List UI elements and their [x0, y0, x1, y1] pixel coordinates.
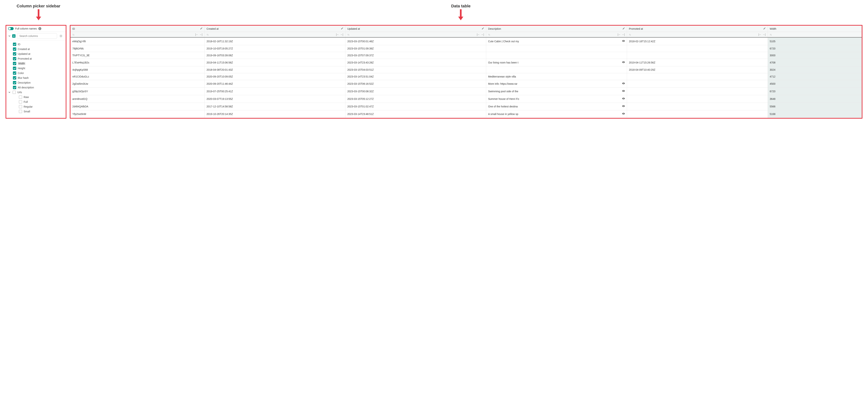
table-cell[interactable]: 5105 [768, 37, 862, 45]
table-cell[interactable]: 3648 [768, 95, 862, 103]
column-item[interactable]: ID [6, 42, 66, 47]
table-cell[interactable]: Summer house of Henri Fo [486, 95, 627, 103]
table-row[interactable]: 2gDwlIim3Uw2020-09-20T11:46:44Z2023-03-1… [70, 80, 862, 88]
table-cell[interactable] [627, 80, 768, 88]
column-item[interactable]: Raw [6, 95, 66, 99]
table-row[interactable]: 4ojhpgKpS682018-04-08T20:01:43Z2023-03-1… [70, 66, 862, 73]
column-header[interactable]: Updated at [345, 26, 486, 32]
table-cell[interactable] [627, 103, 768, 111]
column-group[interactable]: Urls [6, 90, 66, 95]
column-item[interactable]: Full [6, 99, 66, 104]
column-header[interactable]: Created at [205, 26, 345, 32]
column-checkbox[interactable] [13, 57, 16, 60]
table-cell[interactable]: 4500 [768, 80, 862, 88]
table-cell[interactable]: 3000 [768, 52, 862, 59]
table-cell[interactable]: 2023-03-14T23:43:28Z [345, 59, 486, 66]
column-checkbox[interactable] [19, 105, 22, 108]
table-cell[interactable]: More info: https://www.rar [486, 80, 627, 88]
table-cell[interactable]: g39p1kDjvSY [70, 88, 205, 95]
table-cell[interactable]: 6720 [768, 88, 862, 95]
sort-icon[interactable]: ↑↓ [347, 33, 349, 36]
table-cell[interactable] [627, 52, 768, 59]
table-cell[interactable]: 2020-09-20T10:09:05Z [205, 73, 345, 80]
table-cell[interactable]: 2018-02-16T15:12:42Z [627, 37, 768, 45]
table-cell[interactable]: 78j8tJrNlc [70, 45, 205, 52]
table-cell[interactable] [627, 95, 768, 103]
pencil-icon[interactable] [482, 27, 484, 30]
pencil-icon[interactable] [763, 27, 766, 30]
table-row[interactable]: eWqOgJ-lfiI2018-02-16T11:32:19Z2023-03-1… [70, 37, 862, 45]
table-cell[interactable]: nR1CIDduGLc [70, 73, 205, 80]
table-cell[interactable]: 2023-03-15T05:12:27Z [345, 95, 486, 103]
column-item[interactable]: Updated at [6, 52, 66, 56]
table-cell[interactable]: 2023-03-15T04:03:51Z [345, 66, 486, 73]
eye-icon[interactable] [622, 105, 625, 108]
column-item[interactable]: Width [6, 61, 66, 66]
table-scroll[interactable]: IDCreated atUpdated atDescriptionPromote… [70, 26, 862, 118]
table-cell[interactable]: 2gDwlIim3Uw [70, 80, 205, 88]
eye-icon[interactable] [622, 39, 625, 43]
table-cell[interactable]: One of the hottest destina [486, 103, 627, 111]
table-cell[interactable] [627, 73, 768, 80]
column-checkbox[interactable] [19, 110, 22, 113]
sort-icon[interactable]: ↑↓ [488, 33, 490, 36]
table-row[interactable]: Yfp2Ixe9nM2019-10-26T20:14:35Z2023-03-14… [70, 111, 862, 118]
column-header[interactable]: Promoted at [627, 26, 768, 32]
column-checkbox[interactable] [13, 86, 16, 89]
expand-right-icon[interactable]: →| [621, 33, 625, 36]
column-checkbox[interactable] [13, 43, 16, 46]
table-row[interactable]: TiVPTYCG_3E2019-09-16T03:39:06Z2023-03-1… [70, 52, 862, 59]
eye-icon[interactable] [622, 82, 625, 86]
expand-right-icon[interactable]: →| [199, 33, 203, 36]
table-cell[interactable]: 2020-09-20T11:46:44Z [205, 80, 345, 88]
table-cell[interactable]: eWqOgJ-lfiI [70, 37, 205, 45]
table-cell[interactable]: 2023-03-15T01:09:39Z [345, 45, 486, 52]
pencil-icon[interactable] [341, 27, 343, 30]
eye-icon[interactable] [622, 90, 625, 93]
table-cell[interactable] [486, 45, 627, 52]
column-checkbox[interactable] [13, 48, 16, 51]
table-cell[interactable]: L7EwHkq1B2s [70, 59, 205, 66]
column-checkbox[interactable] [19, 100, 22, 103]
table-cell[interactable] [627, 88, 768, 95]
column-item[interactable]: Height [6, 66, 66, 71]
column-checkbox[interactable] [12, 91, 16, 94]
column-item[interactable]: Created at [6, 47, 66, 52]
table-row[interactable]: 78j8tJrNlc2019-10-03T19:05:27Z2023-03-15… [70, 45, 862, 52]
table-cell[interactable]: aren8nutd1Q [70, 95, 205, 103]
table-cell[interactable]: 4ojhpgKpS68 [70, 66, 205, 73]
column-checkbox[interactable] [13, 71, 16, 75]
table-row[interactable]: aren8nutd1Q2020-03-07T19:13:55Z2023-03-1… [70, 95, 862, 103]
table-cell[interactable]: TiVPTYCG_3E [70, 52, 205, 59]
table-cell[interactable]: Cute Cabin | Check out my [486, 37, 627, 45]
table-cell[interactable]: 6720 [768, 45, 862, 52]
column-checkbox[interactable] [13, 67, 16, 70]
table-cell[interactable]: Swimming pool side of the [486, 88, 627, 95]
table-cell[interactable]: 4708 [768, 59, 862, 66]
column-item[interactable]: Color [6, 71, 66, 75]
column-item[interactable]: Alt description [6, 85, 66, 90]
info-icon[interactable]: i [38, 27, 41, 30]
table-cell[interactable]: A small house in yellow sp [486, 111, 627, 118]
sort-icon[interactable]: ↑↓ [770, 33, 772, 36]
table-row[interactable]: g39p1kDjvSY2019-07-25T00:25:41Z2023-03-1… [70, 88, 862, 95]
table-cell[interactable] [627, 111, 768, 118]
table-cell[interactable]: 2023-03-14T23:48:51Z [345, 111, 486, 118]
table-cell[interactable]: 4712 [768, 73, 862, 80]
table-cell[interactable]: 2d4lAQAlbDA [70, 103, 205, 111]
shrink-left-icon[interactable]: |← [195, 33, 199, 36]
column-item[interactable]: Blur hash [6, 75, 66, 80]
clear-search-icon[interactable]: ✕ [59, 34, 62, 37]
table-cell[interactable]: 2023-03-15T01:02:47Z [345, 103, 486, 111]
table-cell[interactable]: 2018-04-08T20:01:43Z [205, 66, 345, 73]
shrink-left-icon[interactable]: |← [758, 33, 762, 36]
table-cell[interactable]: 2023-03-15T07:09:37Z [345, 52, 486, 59]
table-cell[interactable]: 2023-03-14T23:51:04Z [345, 73, 486, 80]
column-item[interactable]: Promoted at [6, 56, 66, 61]
select-all-checkbox[interactable] [12, 34, 16, 38]
table-cell[interactable]: 2019-04-11T15:06:56Z [205, 59, 345, 66]
table-cell[interactable]: 2023-03-15T00:01:46Z [345, 37, 486, 45]
column-checkbox[interactable] [13, 81, 16, 84]
column-checkbox[interactable] [13, 52, 16, 56]
full-column-names-toggle[interactable] [8, 27, 14, 30]
